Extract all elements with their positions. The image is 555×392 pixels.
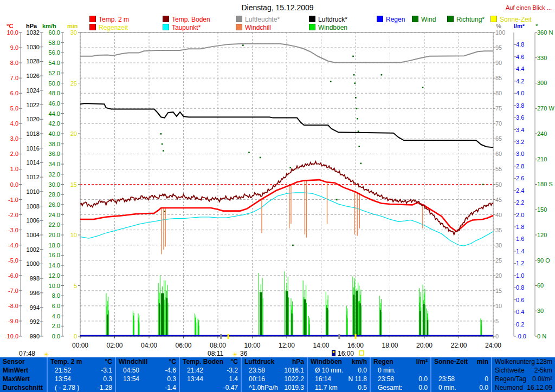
wind-direction-dot xyxy=(353,74,355,76)
axis-label-hPa: 1024 xyxy=(27,87,40,94)
axis-label-hPa: 1018 xyxy=(27,130,40,137)
axis-label-pct: 55 xyxy=(495,166,502,172)
row-label: Durchschnitt xyxy=(3,383,43,392)
wind-direction-dot xyxy=(336,199,338,201)
axis-label-min: 30 xyxy=(70,29,77,36)
axis-label-km/h: 60.0 xyxy=(49,29,60,36)
axis-label-min: 15 xyxy=(70,181,77,188)
axis-label-pct: 45 xyxy=(495,197,502,203)
wind-avg-bar xyxy=(159,303,160,336)
axis-label-km/h: 16.0 xyxy=(49,252,60,258)
x-label: 02:00 xyxy=(106,342,122,349)
axis-label-°C: -3.0 xyxy=(8,227,18,233)
wind-avg-bar xyxy=(292,313,293,336)
axis-unit-l/m²: l/m² xyxy=(514,23,525,29)
axis-label-l/m²: 3.2 xyxy=(516,139,524,145)
axis-label-°C: 7.0 xyxy=(10,75,18,81)
axis-label-l/m²: 3.8 xyxy=(516,102,524,109)
axis-label-pct: 85 xyxy=(495,75,502,81)
axis-label-°C: -9.0 xyxy=(8,318,18,324)
axis-unit-min: min xyxy=(67,23,78,29)
cell-value: 0.3 xyxy=(167,375,176,383)
cell-label: Ø 10 min. xyxy=(311,366,343,375)
row-label: MinWert xyxy=(3,366,28,375)
sun-below-horizon-icon xyxy=(359,351,364,355)
axis-label-hPa: 1012 xyxy=(27,174,40,180)
wind-avg-bar xyxy=(380,310,381,336)
sensor-name: Temp. Boden xyxy=(183,357,223,366)
cell-label: 11.7 km xyxy=(311,383,338,392)
cell-label: 00:16 xyxy=(244,375,265,383)
weather-chart: 10.09.08.07.06.05.04.03.02.01.00.0-1.0-2… xyxy=(0,0,555,357)
cell-label: 04:50 xyxy=(119,366,139,375)
wind-avg-bar xyxy=(166,298,167,336)
sensor-column-windchill: Windchill°C04:50-4.613:540.3-1.4 xyxy=(115,357,179,392)
sunrise-sun-icon: ☀ xyxy=(232,351,238,357)
sensor-name: Sonne-Zeit xyxy=(434,357,468,366)
cell-label xyxy=(434,366,438,375)
info-value: 128m xyxy=(536,357,552,366)
axis-label-°C: 8.0 xyxy=(10,60,18,66)
axis-label-°: 0 N xyxy=(537,333,546,339)
dawn-time-label: 07:48 xyxy=(19,350,35,357)
sunrise-extra-label: 36 xyxy=(240,350,248,357)
axis-label-°: 120 xyxy=(537,232,547,238)
x-label: 18:00 xyxy=(382,342,398,349)
cell-value: -3.1 xyxy=(101,366,112,375)
axis-label-°C: -2.0 xyxy=(8,212,18,218)
cell-value: 0.3 xyxy=(103,375,112,383)
wind-direction-dot xyxy=(360,163,362,165)
axis-label-l/m²: 2.4 xyxy=(516,187,524,194)
axis-label-°C: 1.0 xyxy=(10,166,18,172)
axis-label-km/h: 26.0 xyxy=(49,201,60,208)
axis-label-°C: 5.0 xyxy=(10,105,18,112)
wind-direction-dot xyxy=(260,157,261,159)
cell-value: 0.5 xyxy=(358,383,367,392)
axis-label-l/m²: -0.0 xyxy=(516,333,526,339)
axis-label-pct: 60 xyxy=(495,151,502,157)
moonset-icon-dot xyxy=(333,351,335,353)
axis-label-°C: -10.0 xyxy=(5,333,18,339)
axis-label-hPa: 1014 xyxy=(27,159,40,166)
axis-label-°C: 4.0 xyxy=(10,120,18,127)
axis-label-km/h: 42.0 xyxy=(49,120,60,127)
axis-label-min: 0 xyxy=(74,333,77,339)
axis-label-pct: 90 xyxy=(495,60,502,66)
axis-label-°C: 2.0 xyxy=(10,151,18,157)
axis-label-hPa: 1028 xyxy=(27,58,40,64)
cell-label: 23:58 xyxy=(244,366,265,375)
axis-label-km/h: 56.0 xyxy=(49,49,60,56)
axis-label-pct: 95 xyxy=(495,44,502,51)
cell-value: N 11.8 xyxy=(349,375,367,383)
axis-label-°C: 9.0 xyxy=(10,44,18,51)
axis-unit-°C: °C xyxy=(7,23,13,29)
sensor-column-regen: Regenl/m²0 min.23:580.0Gesamt:0.0 xyxy=(370,357,430,392)
cell-value: 1019.3 xyxy=(284,383,304,392)
axis-label-°: 150 xyxy=(537,206,547,213)
cell-label xyxy=(183,383,187,392)
axis-label-°C: -6.0 xyxy=(8,272,18,279)
axis-label-hPa: 1004 xyxy=(27,232,40,238)
x-label: 14:00 xyxy=(313,342,329,349)
axis-label-km/h: 44.0 xyxy=(49,110,60,117)
axis-label-l/m²: 3.6 xyxy=(516,114,524,121)
axis-label-hPa: 1026 xyxy=(27,73,40,79)
axis-label-pct: 65 xyxy=(495,135,502,142)
axis-label-l/m²: 2.2 xyxy=(516,199,524,206)
axis-label-km/h: 38.0 xyxy=(49,141,60,147)
axis-label-l/m²: 2.6 xyxy=(516,175,524,181)
axis-event-tick xyxy=(220,334,222,339)
axis-label-km/h: 34.0 xyxy=(49,161,60,167)
axis-label-pct: 15 xyxy=(495,288,502,294)
axis-label-km/h: 50.0 xyxy=(49,80,60,87)
sensor-name: Temp. 2 m xyxy=(50,357,82,366)
axis-label-hPa: 1020 xyxy=(27,116,40,122)
status-bar: SensorMinWertMaxWertDurchschnittTemp. 2 … xyxy=(0,357,555,392)
sensor-column-temp-boden: Temp. Boden°C21:42-3.213:441.4-0.47 xyxy=(179,357,241,392)
axis-label-pct: 30 xyxy=(495,242,502,249)
cell-value: 1022.2 xyxy=(284,375,304,383)
axis-label-pct: 5 xyxy=(495,318,499,324)
axis-label-°: 300 xyxy=(537,80,547,86)
x-label: 12:00 xyxy=(279,342,295,349)
row-label: Sensor xyxy=(3,357,25,366)
